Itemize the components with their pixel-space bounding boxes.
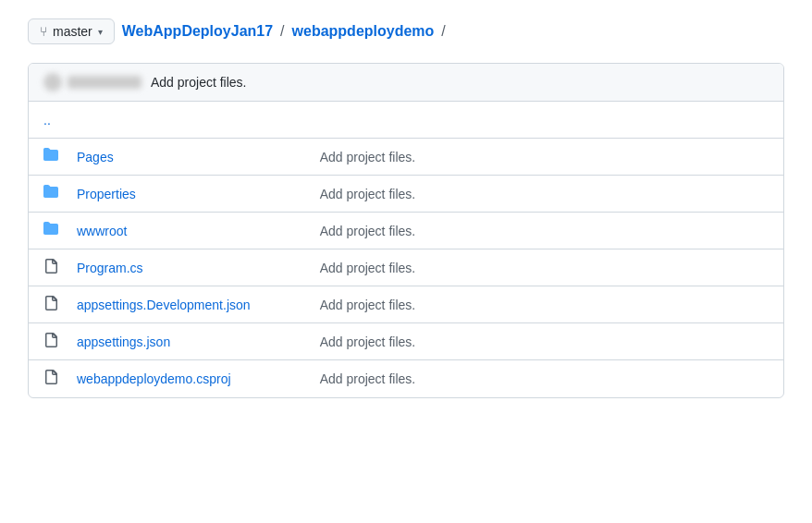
table-row: appsettings.jsonAdd project files. <box>29 323 783 360</box>
table-row: webappdeploydemo.csprojAdd project files… <box>29 360 783 397</box>
file-name-link[interactable]: Properties <box>77 187 136 201</box>
file-icon <box>43 259 77 277</box>
file-icon <box>43 296 77 314</box>
branch-selector[interactable]: ⑂ master ▾ <box>28 18 115 44</box>
file-table: Add project files. .. PagesAdd project f… <box>28 63 784 398</box>
folder-icon <box>43 147 58 166</box>
table-row: PagesAdd project files. <box>29 139 783 176</box>
commit-message: Add project files. <box>151 75 247 90</box>
file-name-link[interactable]: webappdeploydemo.csproj <box>77 371 231 386</box>
breadcrumb-sep1: / <box>280 23 284 40</box>
folder-icon <box>43 184 77 203</box>
folder-icon <box>43 221 77 240</box>
file-icon <box>43 370 77 388</box>
breadcrumb-user-link[interactable]: WebAppDeployJan17 <box>122 23 273 40</box>
file-icon <box>43 296 58 314</box>
file-commit-link[interactable]: Add project files. <box>320 224 416 238</box>
file-name-link[interactable]: Pages <box>77 150 114 164</box>
file-icon <box>43 259 58 277</box>
table-row: wwwrootAdd project files. <box>29 213 783 249</box>
avatar <box>43 73 62 91</box>
folder-icon <box>43 147 77 166</box>
branch-icon: ⑂ <box>40 24 47 39</box>
file-icon <box>43 333 77 351</box>
parent-dir-row[interactable]: .. <box>29 102 783 139</box>
file-rows: PagesAdd project files. PropertiesAdd pr… <box>29 139 783 397</box>
file-commit-link[interactable]: Add project files. <box>320 261 416 275</box>
file-icon <box>43 333 58 351</box>
chevron-down-icon: ▾ <box>98 27 103 37</box>
file-name-link[interactable]: appsettings.Development.json <box>77 298 251 312</box>
folder-icon <box>43 184 58 203</box>
file-name-link[interactable]: Program.cs <box>77 261 143 275</box>
commit-row: Add project files. <box>29 64 783 102</box>
file-commit-link[interactable]: Add project files. <box>320 298 416 312</box>
file-name-link[interactable]: wwwroot <box>77 224 127 238</box>
username-blur <box>68 76 141 89</box>
commit-author-info <box>43 73 141 91</box>
file-commit-link[interactable]: Add project files. <box>320 334 416 349</box>
breadcrumb: ⑂ master ▾ WebAppDeployJan17 / webappdep… <box>28 18 784 44</box>
table-row: PropertiesAdd project files. <box>29 176 783 213</box>
table-row: Program.csAdd project files. <box>29 249 783 286</box>
breadcrumb-sep2: / <box>441 23 445 40</box>
file-commit-link[interactable]: Add project files. <box>320 187 416 201</box>
parent-dir-link[interactable]: .. <box>43 113 51 128</box>
breadcrumb-repo-link[interactable]: webappdeploydemo <box>292 23 435 40</box>
file-name-link[interactable]: appsettings.json <box>77 334 170 349</box>
branch-label: master <box>53 24 92 39</box>
folder-icon <box>43 221 58 240</box>
file-commit-link[interactable]: Add project files. <box>320 150 416 164</box>
file-icon <box>43 370 58 388</box>
table-row: appsettings.Development.jsonAdd project … <box>29 286 783 323</box>
file-commit-link[interactable]: Add project files. <box>320 371 416 386</box>
